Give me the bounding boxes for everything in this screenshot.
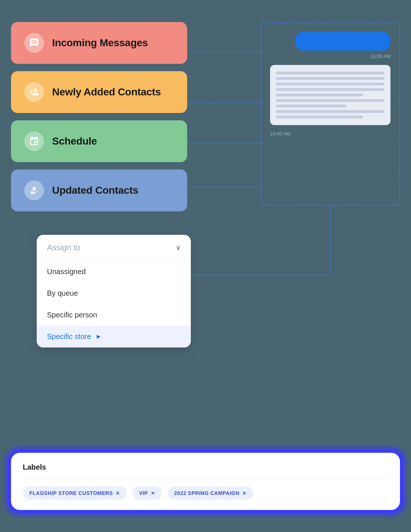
- message-icon-wrapper: [24, 33, 44, 53]
- updated-contacts-label: Updated Contacts: [52, 185, 138, 196]
- incoming-messages-label: Incoming Messages: [52, 37, 148, 49]
- schedule-label: Schedule: [52, 135, 97, 147]
- text-line-5: [276, 94, 363, 96]
- assign-option-specific-store[interactable]: Specific store ►: [37, 326, 191, 347]
- trigger-incoming-messages[interactable]: Incoming Messages: [11, 22, 187, 64]
- person-add-icon: [29, 87, 39, 97]
- triggers-column: Incoming Messages Newly Added Contacts S…: [11, 22, 187, 211]
- preview-panel: 10:00 AM 10:00 AM: [261, 22, 400, 205]
- trigger-schedule[interactable]: Schedule: [11, 120, 187, 162]
- close-vip-icon[interactable]: ✕: [151, 491, 155, 496]
- person-edit-icon-wrapper: [24, 181, 44, 200]
- text-line-3: [276, 83, 385, 85]
- newly-added-contacts-label: Newly Added Contacts: [52, 86, 161, 98]
- time-label-left: 10:00 AM: [270, 131, 290, 136]
- trigger-newly-added-contacts[interactable]: Newly Added Contacts: [11, 71, 187, 113]
- calendar-icon: [29, 136, 39, 146]
- labels-title: Labels: [23, 463, 388, 471]
- assign-dropdown[interactable]: Assign to ∨ Unassigned By queue Specific…: [37, 235, 191, 347]
- person-edit-icon: [29, 185, 39, 196]
- close-flagship-icon[interactable]: ✕: [116, 491, 120, 496]
- trigger-updated-contacts[interactable]: Updated Contacts: [11, 170, 187, 211]
- assign-dropdown-header[interactable]: Assign to ∨: [37, 235, 191, 261]
- assign-header-label: Assign to: [47, 243, 80, 252]
- labels-section: Labels FLAGSHIP STORE CUSTOMERS ✕ VIP ✕ …: [11, 453, 400, 510]
- text-line-7: [276, 105, 346, 108]
- chevron-down-icon: ∨: [176, 244, 181, 252]
- time-label-right: 10:00 AM: [370, 54, 390, 59]
- labels-divider: [23, 479, 388, 479]
- assign-option-specific-person[interactable]: Specific person: [37, 304, 191, 326]
- label-vip[interactable]: VIP ✕: [132, 487, 162, 500]
- text-content-card: [270, 65, 390, 125]
- text-line-1: [276, 72, 385, 74]
- close-spring-icon[interactable]: ✕: [242, 491, 247, 496]
- message-bubble-blue: [295, 32, 390, 51]
- label-spring[interactable]: 2022 SPRING CAMPAIGN ✕: [168, 487, 253, 500]
- label-flagship[interactable]: FLAGSHIP STORE CUSTOMERS ✕: [23, 487, 127, 500]
- assign-option-by-queue[interactable]: By queue: [37, 283, 191, 304]
- message-icon: [29, 38, 39, 48]
- text-line-8: [276, 110, 385, 113]
- text-line-2: [276, 77, 385, 80]
- labels-row: FLAGSHIP STORE CUSTOMERS ✕ VIP ✕ 2022 SP…: [23, 487, 388, 500]
- calendar-icon-wrapper: [24, 131, 44, 151]
- text-line-4: [276, 88, 385, 91]
- text-line-9: [276, 116, 363, 119]
- play-icon: ►: [95, 333, 102, 340]
- assign-option-unassigned[interactable]: Unassigned: [37, 261, 191, 283]
- main-container: Incoming Messages Newly Added Contacts S…: [0, 0, 411, 532]
- text-line-6: [276, 99, 385, 102]
- person-add-icon-wrapper: [24, 82, 44, 102]
